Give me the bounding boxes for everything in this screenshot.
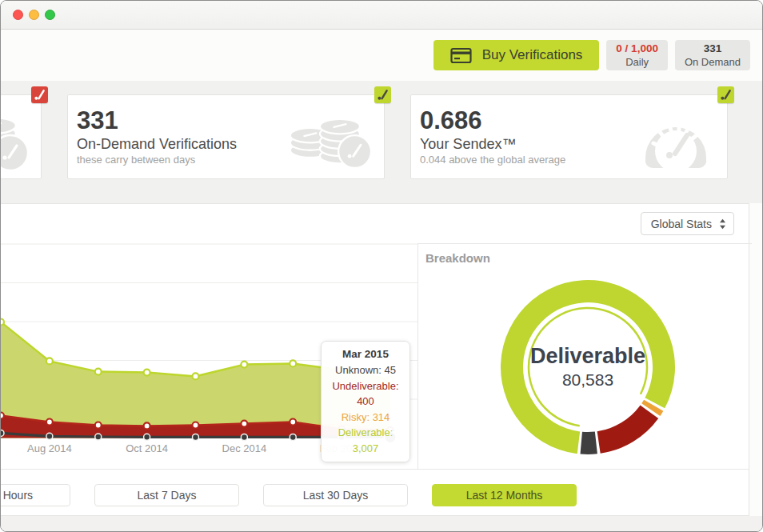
- on-demand-quota-badge: 331 On Demand: [675, 40, 750, 70]
- zoom-window-button[interactable]: [45, 10, 55, 20]
- global-stats-select[interactable]: Global Stats: [641, 212, 734, 235]
- toolbar: Buy Verifications 0 / 1,000 Daily 331 On…: [1, 30, 762, 81]
- donut-segment-unknown[interactable]: [581, 432, 597, 454]
- on-demand-subtitle: these carry between days: [77, 154, 288, 167]
- buy-verifications-button[interactable]: Buy Verifications: [433, 40, 600, 70]
- app-window: Buy Verifications 0 / 1,000 Daily 331 On…: [0, 0, 763, 532]
- on-demand-quota-label: On Demand: [685, 56, 741, 69]
- select-arrows-icon: [719, 218, 726, 230]
- area-chart[interactable]: Aug 2014Oct 2014Dec 2014Feb 2015 Mar 201…: [1, 243, 417, 469]
- gauge-icon: [637, 105, 714, 169]
- window-titlebar: [1, 1, 762, 30]
- on-demand-quota-value: 331: [685, 42, 741, 56]
- coins-icon: [0, 102, 28, 172]
- kickbox-check-icon: [31, 86, 48, 103]
- daily-quota-value: 0 / 1,000: [616, 42, 658, 56]
- on-demand-title: On-Demand Verifications: [77, 135, 288, 154]
- breakdown-section: Breakdown Deliverable 80,583: [417, 243, 752, 469]
- breakdown-title: Breakdown: [425, 251, 490, 265]
- on-demand-count: 331: [77, 106, 288, 135]
- card-credits: [0, 94, 42, 179]
- donut-selected-halo: [529, 308, 647, 426]
- donut-chart[interactable]: [418, 244, 752, 470]
- time-range-button-7d[interactable]: Last 7 Days: [94, 484, 239, 506]
- stats-panel-content: Aug 2014Oct 2014Dec 2014Feb 2015 Mar 201…: [1, 243, 749, 469]
- summary-cards-row: 331 On-Demand Verifications these carry …: [0, 81, 762, 203]
- sendex-score: 0.686: [420, 106, 637, 135]
- credit-card-icon: [450, 47, 472, 64]
- kickbox-check-icon: [717, 86, 734, 103]
- stats-panel-header: Global Stats: [1, 204, 749, 243]
- area-chart-svg: Aug 2014Oct 2014Dec 2014Feb 2015: [1, 243, 417, 469]
- close-window-button[interactable]: [13, 10, 23, 20]
- global-stats-select-value: Global Stats: [651, 218, 712, 230]
- donut-segment-undeliverable[interactable]: [597, 406, 659, 454]
- sendex-subtitle: 0.044 above the global average: [420, 154, 637, 167]
- buy-verifications-label: Buy Verifications: [482, 47, 583, 63]
- x-axis-tick-label: Oct 2014: [126, 442, 168, 454]
- daily-quota-label: Daily: [616, 56, 658, 69]
- window-bottom-area: [1, 516, 762, 532]
- x-axis-tick-label: Aug 2014: [27, 442, 72, 454]
- card-sendex: 0.686 Your Sendex™ 0.044 above the globa…: [410, 94, 728, 179]
- time-range-buttons: Last 24 Hours Last 7 Days Last 30 Days L…: [0, 469, 749, 515]
- minimize-window-button[interactable]: [29, 10, 39, 20]
- kickbox-check-icon: [374, 86, 391, 103]
- x-axis-tick-label: Dec 2014: [222, 442, 267, 454]
- sendex-title: Your Sendex™: [420, 135, 637, 154]
- x-axis-tick-label: Feb 2015: [320, 442, 364, 454]
- daily-quota-badge: 0 / 1,000 Daily: [606, 40, 668, 70]
- time-range-button-12m[interactable]: Last 12 Months: [432, 484, 577, 506]
- stats-panel: Global Stats Aug 2014Oct 2014Dec 2014Feb…: [1, 203, 749, 516]
- coins-icon: [288, 103, 371, 170]
- time-range-button-30d[interactable]: Last 30 Days: [263, 484, 408, 506]
- card-on-demand: 331 On-Demand Verifications these carry …: [67, 94, 385, 179]
- time-range-button-24h[interactable]: Last 24 Hours: [0, 484, 70, 506]
- highlighted-data-point[interactable]: [385, 431, 397, 443]
